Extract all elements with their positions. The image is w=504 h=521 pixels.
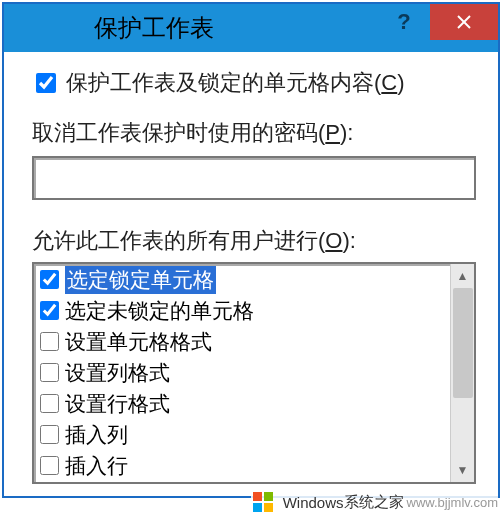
titlebar: 保护工作表 ? bbox=[4, 4, 498, 52]
permission-checkbox[interactable] bbox=[40, 270, 59, 289]
scroll-thumb[interactable] bbox=[453, 288, 473, 398]
permission-item[interactable]: 选定锁定单元格 bbox=[34, 264, 450, 295]
permission-label: 设置行格式 bbox=[65, 390, 170, 418]
permissions-listbox[interactable]: 选定锁定单元格选定未锁定的单元格设置单元格格式设置列格式设置行格式插入列插入行 … bbox=[32, 262, 476, 484]
permission-item[interactable]: 设置单元格格式 bbox=[34, 326, 450, 357]
permission-item[interactable]: 设置行格式 bbox=[34, 388, 450, 419]
dialog-title: 保护工作表 bbox=[94, 12, 214, 44]
watermark: Windows 系统之家 www.bjjmlv.com bbox=[251, 489, 498, 515]
password-label: 取消工作表保护时使用的密码(P): bbox=[32, 118, 476, 148]
watermark-brand: Windows bbox=[283, 494, 344, 511]
svg-rect-2 bbox=[253, 492, 262, 501]
permission-checkbox[interactable] bbox=[40, 363, 59, 382]
scroll-up-arrow[interactable]: ▲ bbox=[451, 264, 474, 288]
permission-item[interactable]: 选定未锁定的单元格 bbox=[34, 295, 450, 326]
protect-row: 保护工作表及锁定的单元格内容(C) bbox=[32, 68, 476, 98]
permission-label: 设置单元格格式 bbox=[65, 328, 212, 356]
scroll-down-arrow[interactable]: ▼ bbox=[451, 458, 474, 482]
help-button[interactable]: ? bbox=[378, 4, 430, 40]
permission-label: 插入列 bbox=[65, 421, 128, 449]
scrollbar[interactable]: ▲ ▼ bbox=[450, 264, 474, 482]
close-icon bbox=[456, 14, 472, 30]
scroll-track[interactable] bbox=[451, 288, 474, 458]
permission-checkbox[interactable] bbox=[40, 332, 59, 351]
permission-checkbox[interactable] bbox=[40, 301, 59, 320]
password-input[interactable] bbox=[32, 156, 476, 200]
protect-checkbox[interactable] bbox=[36, 73, 56, 93]
permission-item[interactable]: 插入列 bbox=[34, 419, 450, 450]
windows-logo-icon bbox=[251, 489, 277, 515]
dialog-content: 保护工作表及锁定的单元格内容(C) 取消工作表保护时使用的密码(P): 允许此工… bbox=[4, 52, 498, 496]
protect-label: 保护工作表及锁定的单元格内容(C) bbox=[66, 68, 405, 98]
svg-rect-3 bbox=[264, 492, 273, 501]
permission-item[interactable]: 插入行 bbox=[34, 450, 450, 481]
permission-checkbox[interactable] bbox=[40, 394, 59, 413]
permissions-items: 选定锁定单元格选定未锁定的单元格设置单元格格式设置列格式设置行格式插入列插入行 bbox=[34, 264, 450, 482]
permission-label: 设置列格式 bbox=[65, 359, 170, 387]
watermark-sub2: www.bjjmlv.com bbox=[407, 495, 499, 510]
close-button[interactable] bbox=[430, 4, 498, 40]
svg-rect-4 bbox=[253, 503, 262, 512]
allow-label: 允许此工作表的所有用户进行(O): bbox=[32, 226, 476, 256]
permission-label: 选定未锁定的单元格 bbox=[65, 297, 254, 325]
permission-checkbox[interactable] bbox=[40, 456, 59, 475]
watermark-sub1: 系统之家 bbox=[344, 493, 404, 512]
permission-checkbox[interactable] bbox=[40, 425, 59, 444]
permission-label: 插入行 bbox=[65, 452, 128, 480]
permission-label: 选定锁定单元格 bbox=[65, 266, 216, 294]
protect-sheet-dialog: 保护工作表 ? 保护工作表及锁定的单元格内容(C) 取消工作表保护时使用的密码(… bbox=[2, 2, 500, 498]
svg-rect-5 bbox=[264, 503, 273, 512]
permission-item[interactable]: 设置列格式 bbox=[34, 357, 450, 388]
